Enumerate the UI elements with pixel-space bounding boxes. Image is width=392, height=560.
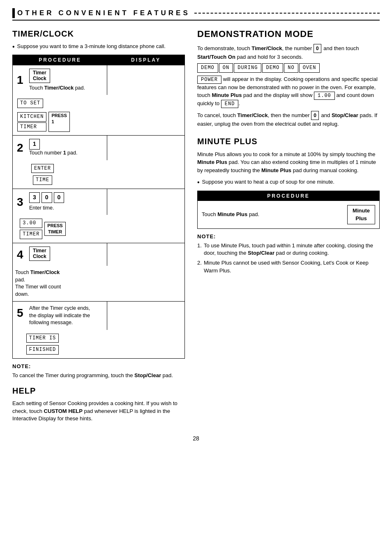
timer-note-title: NOTE:	[12, 363, 185, 370]
timer-note-text: To cancel the Timer during programming, …	[12, 372, 185, 379]
right-column: DEMONSTRATION MODE To demonstrate, touch…	[197, 28, 380, 422]
step4-left: 4 Timer Clock	[13, 243, 107, 266]
step3-left: 3 3 0 0 Enter time.	[13, 189, 107, 215]
step3-content: 3 0 0 Enter time.	[29, 192, 65, 212]
step3-press-col: PRESS TIMER	[44, 222, 65, 236]
step3-lcd-col: 3.00 TIMER	[19, 218, 43, 240]
demo-lcd-100: 1.00	[314, 92, 335, 100]
demo-intro: To demonstrate, touch Timer/Clock, the n…	[197, 44, 380, 61]
demo-lcd-demo1: DEMO	[197, 63, 218, 73]
timer-clock-title: TIMER/CLOCK	[12, 28, 185, 39]
list-item: Minute Plus cannot be used with Sensor C…	[197, 259, 380, 274]
lcd-finished: FINISHED	[26, 345, 59, 355]
lcd-enter: ENTER	[31, 164, 54, 173]
minute-plus-button: Minute Plus	[347, 205, 375, 224]
step5-num: 5	[17, 305, 26, 321]
num-0-box2: 0	[311, 111, 319, 120]
timer-bullet-text: Suppose you want to time a 3-minute long…	[17, 43, 166, 51]
step4-num: 4	[17, 247, 26, 263]
step2-subtext: Touch number 1 pad.	[29, 150, 77, 157]
demo-lcd-end: END	[221, 100, 239, 108]
step5-text: After the Timer cycle ends,the display w…	[29, 305, 90, 327]
timer-clock-box-4: Timer Clock	[29, 247, 50, 261]
step3-nums: 3 0 0	[29, 192, 65, 203]
demo-lcd-demo2: DEMO	[262, 63, 283, 73]
timer-bullet: • Suppose you want to time a 3-minute lo…	[12, 43, 185, 51]
demo-lcd-during: DURING	[234, 63, 261, 73]
timer-clock-section: TIMER/CLOCK • Suppose you want to time a…	[12, 28, 185, 422]
help-section: HELP Each setting of Sensor Cooking prov…	[12, 385, 185, 422]
table-row: 5 After the Timer cycle ends,the display…	[13, 302, 185, 359]
step2-num: 2	[17, 140, 26, 156]
step1-subtext: Touch Timer/Clock pad.	[29, 85, 85, 92]
num-box-1: 1	[29, 139, 40, 150]
step1-num: 1	[17, 72, 26, 88]
demo-cancel-text: To cancel, touch Timer/Clock, then the n…	[197, 111, 380, 128]
display-col-header: DISPLAY	[107, 55, 185, 65]
lcd-timer-is: TIMER IS	[26, 334, 59, 343]
minute-proc-row: Touch Minute Plus pad. Minute Plus	[198, 201, 379, 228]
num-0-box: 0	[314, 44, 321, 53]
step1-right: TO SET KITCHEN TIMER PRESS 1	[13, 95, 72, 135]
minute-plus-note-list: To use Minute Plus, touch pad within 1 m…	[197, 242, 380, 274]
step1-content: Timer Clock Touch Timer/Clock pad.	[29, 69, 85, 92]
step5-left: 5 After the Timer cycle ends,the display…	[13, 302, 107, 330]
demo-lcd-power: POWER	[197, 76, 221, 84]
table-row: 2 1 Touch number 1 pad. ENTER TIME	[13, 136, 185, 189]
page-header: OTHER CONVENIENT FEATURES	[12, 8, 380, 21]
minute-proc-table: PROCEDURE Touch Minute Plus pad. Minute …	[197, 191, 380, 229]
minute-plus-bullet: • Suppose you want to heat a cup of soup…	[197, 178, 380, 186]
step5-right: TIMER IS FINISHED	[13, 330, 72, 359]
lcd-kitchen: KITCHEN	[17, 112, 46, 122]
lcd-300: 3.00	[20, 219, 42, 228]
lcd-press-3: PRESS TIMER	[44, 222, 65, 236]
procedure-header-row: PROCEDURE DISPLAY	[13, 55, 185, 65]
lcd-press-1: PRESS 1	[48, 112, 69, 132]
step4-right: Touch Timer/Clock pad.The Timer will cou…	[13, 266, 72, 301]
num-box-3: 3	[29, 192, 40, 203]
step4-text: Touch Timer/Clock pad.The Timer will cou…	[15, 269, 68, 298]
demo-text2: POWER will appear in the display. Cookin…	[197, 75, 380, 108]
minute-plus-bullet-text: Suppose you want to heat a cup of soup f…	[202, 178, 334, 186]
timer-procedure-table: PROCEDURE DISPLAY 1 Timer Clock	[12, 55, 185, 359]
step3-right: 3.00 TIMER PRESS TIMER	[13, 215, 72, 243]
step1-lcd-row2: KITCHEN TIMER PRESS 1	[17, 112, 70, 132]
minute-proc-header-row: PROCEDURE	[198, 191, 380, 201]
header-rule	[194, 13, 380, 14]
main-content: TIMER/CLOCK • Suppose you want to time a…	[12, 28, 380, 422]
lcd-time: TIME	[33, 175, 52, 185]
step2-right: ENTER TIME	[13, 160, 72, 189]
demo-lcd-row1: DEMO ON DURING DEMO NO OVEN	[197, 63, 380, 73]
procedure-col-header: PROCEDURE	[13, 55, 107, 65]
lcd-timer-1: TIMER	[17, 122, 46, 132]
step2-content: 1 Touch number 1 pad.	[29, 139, 77, 157]
minute-plus-section: MINUTE PLUS Minute Plus allows you to co…	[197, 136, 380, 274]
demo-lcd-on: ON	[219, 63, 233, 73]
step1-kitchen-timer: KITCHEN TIMER	[17, 112, 47, 132]
help-title: HELP	[12, 385, 185, 396]
bullet-symbol-2: •	[197, 178, 200, 186]
table-row: 1 Timer Clock Touch Timer/Clock pad.	[13, 65, 185, 136]
demo-lcd-no: NO	[284, 63, 298, 73]
demo-title: DEMONSTRATION MODE	[197, 28, 380, 41]
step2-left: 2 1 Touch number 1 pad.	[13, 136, 107, 160]
table-row: 3 3 0 0 Enter time.	[13, 189, 185, 243]
num-box-0a: 0	[42, 192, 52, 203]
minute-plus-title: MINUTE PLUS	[197, 136, 380, 147]
minute-plus-note-title: NOTE:	[197, 233, 380, 240]
step4-content: Timer Clock	[29, 247, 50, 263]
timer-note-section: NOTE: To cancel the Timer during program…	[12, 363, 185, 379]
list-item: To use Minute Plus, touch pad within 1 m…	[197, 242, 380, 257]
minute-proc-touch: Touch Minute Plus pad.	[202, 211, 259, 218]
step1-left: 1 Timer Clock Touch Timer/Clock pad.	[13, 65, 107, 95]
left-column: TIMER/CLOCK • Suppose you want to time a…	[12, 28, 185, 422]
page-number: 28	[12, 435, 380, 443]
table-row: 4 Timer Clock Touch Timer/Clock pad.The …	[13, 243, 185, 301]
bullet-symbol: •	[12, 43, 15, 51]
help-text: Each setting of Sensor Cooking provides …	[12, 400, 185, 422]
demo-section: DEMONSTRATION MODE To demonstrate, touch…	[197, 28, 380, 128]
minute-plus-note-section: NOTE: To use Minute Plus, touch pad with…	[197, 233, 380, 274]
lcd-timer-3: TIMER	[20, 230, 42, 239]
minute-proc-header: PROCEDURE	[198, 191, 380, 201]
table-row: Touch Minute Plus pad. Minute Plus	[198, 201, 380, 228]
